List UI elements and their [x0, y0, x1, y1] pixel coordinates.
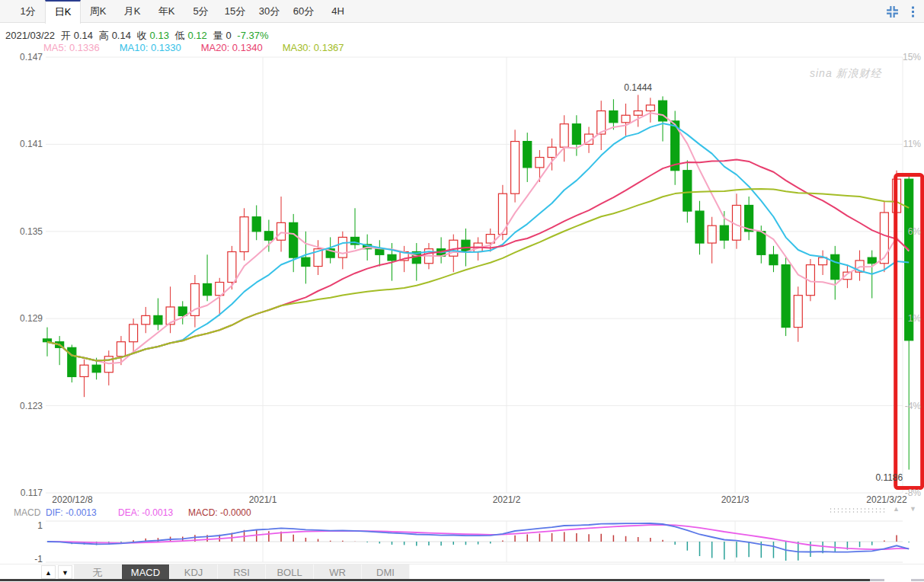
volume-label: 量 — [213, 30, 222, 41]
price-axis-label: 0.123 — [5, 401, 43, 411]
high-label: 高 — [99, 30, 109, 41]
candlestick-macd-canvas — [0, 0, 924, 582]
macd-tick-label: -1 — [27, 554, 43, 564]
indicator-tab-kdj[interactable]: KDJ — [170, 564, 218, 580]
macd-tick-label: 1 — [27, 520, 43, 531]
period-tabs: 1分日K周K月K年K5分15分30分60分4H — [11, 0, 355, 22]
period-tab-30分[interactable]: 30分 — [252, 0, 286, 22]
ohlc-infobar: 2021/03/22 开0.14 高0.14 收0.13 低0.12 量0 -7… — [5, 29, 272, 43]
low-label: 低 — [175, 30, 185, 41]
period-tab-月K[interactable]: 月K — [115, 0, 149, 22]
percent-axis-label: -4% — [883, 401, 921, 411]
date-axis-label: 2021/2 — [493, 494, 521, 505]
change-percent: -7.37% — [237, 30, 268, 41]
ma-legend-ma5: MA5: 0.1336 — [43, 42, 100, 53]
price-axis-label: 0.135 — [5, 226, 43, 237]
low-price-annotation: 0.1186 — [857, 472, 903, 483]
period-tab-5分[interactable]: 5分 — [184, 0, 218, 22]
period-tab-日K[interactable]: 日K — [45, 0, 81, 24]
open-value: 0.14 — [74, 30, 93, 41]
kebab-menu-icon[interactable] — [911, 5, 915, 18]
ma-legend-ma30: MA30: 0.1367 — [283, 42, 344, 53]
price-axis-label: 0.129 — [5, 313, 43, 324]
percent-axis-label: 15% — [883, 52, 921, 62]
percent-axis-label: 1% — [883, 313, 921, 324]
period-tab-4H[interactable]: 4H — [321, 0, 355, 22]
mini-scroll-down-icon[interactable]: ▼ — [910, 505, 916, 513]
sina-watermark: sina 新浪财经 — [810, 67, 882, 81]
price-axis-label: 0.117 — [5, 488, 43, 498]
period-tab-60分[interactable]: 60分 — [286, 0, 321, 22]
ma-legend-ma20: MA20: 0.1340 — [201, 42, 263, 53]
mini-scroll-up-icon[interactable]: ▲ — [893, 505, 900, 513]
hscrollbar-track-segment[interactable] — [870, 579, 884, 581]
close-value: 0.13 — [150, 30, 169, 41]
price-axis-label: 0.141 — [5, 139, 43, 149]
macd-value-readout: MACD: -0.0000 — [188, 507, 251, 518]
macd-panel-label: MACD — [14, 507, 40, 518]
macd-dif-readout: DIF: -0.0013 — [46, 507, 97, 518]
high-price-annotation: 0.1444 — [624, 82, 652, 93]
indicator-tab-dmi[interactable]: DMI — [362, 564, 410, 580]
collapse-icon[interactable] — [886, 5, 899, 18]
period-tabbar: 1分日K周K月K年K5分15分30分60分4H — [0, 0, 924, 23]
kline-chart-region[interactable]: 1分日K周K月K年K5分15分30分60分4H 2021/03/22 开0.14… — [0, 0, 924, 582]
mini-scrollbar-dots[interactable] — [829, 507, 887, 513]
ma-legend: MA5: 0.1336MA10: 0.1330MA20: 0.1340MA30:… — [43, 42, 364, 53]
period-tab-周K[interactable]: 周K — [81, 0, 115, 22]
panel-down-button[interactable]: ▼ — [58, 565, 72, 579]
indicator-tab-wr[interactable]: WR — [314, 564, 362, 580]
percent-axis-label: 6% — [883, 226, 921, 237]
indicator-tab-macd[interactable]: MACD — [122, 564, 170, 580]
close-label: 收 — [137, 30, 147, 41]
period-tab-15分[interactable]: 15分 — [218, 0, 252, 22]
indicator-tab-boll[interactable]: BOLL — [266, 564, 314, 580]
macd-dea-readout: DEA: -0.0013 — [118, 507, 173, 518]
indicator-tab-rsi[interactable]: RSI — [218, 564, 266, 580]
period-tab-年K[interactable]: 年K — [149, 0, 184, 22]
info-date: 2021/03/22 — [5, 30, 55, 41]
date-axis-label: 2021/1 — [249, 494, 277, 505]
indicator-toolbar: ▲ ▼ 无MACDKDJRSIBOLLWRDMI — [0, 564, 924, 580]
percent-axis-label: 11% — [883, 139, 921, 149]
price-axis-label: 0.147 — [5, 52, 43, 62]
indicator-tab-无[interactable]: 无 — [74, 564, 122, 580]
hscrollbar-thumb[interactable] — [0, 579, 870, 581]
low-value: 0.12 — [188, 30, 207, 41]
date-axis-label: 2021/3 — [721, 494, 750, 505]
ma-legend-ma10: MA10: 0.1330 — [120, 42, 181, 53]
period-tab-1分[interactable]: 1分 — [11, 0, 45, 22]
panel-up-button[interactable]: ▲ — [41, 565, 56, 579]
volume-value: 0 — [225, 30, 231, 41]
tabbar-icons — [886, 0, 915, 23]
open-label: 开 — [61, 30, 71, 41]
hscrollbar-track-end[interactable] — [911, 579, 924, 581]
date-axis-label: 2021/3/22 — [866, 494, 906, 505]
date-axis-label: 2020/12/8 — [52, 494, 92, 505]
high-value: 0.14 — [112, 30, 131, 41]
